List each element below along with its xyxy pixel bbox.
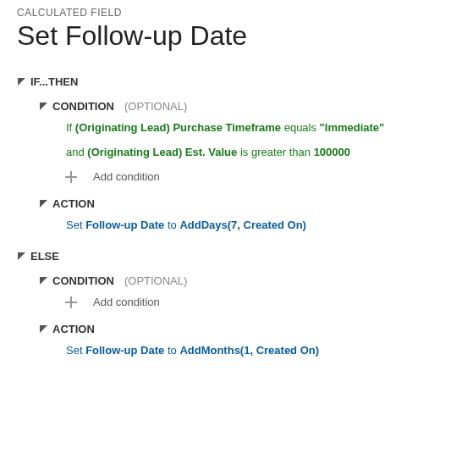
cond-field: (Originating Lead) Est. Value [87,146,237,158]
expand-icon[interactable] [39,199,47,208]
act-text: to [164,219,179,231]
action-label: ACTION [52,323,95,335]
plus-icon [64,296,78,309]
action-label: ACTION [52,197,95,210]
svg-marker-0 [18,78,25,86]
ifthen-action-header[interactable]: ACTION [39,194,434,213]
else-label: ELSE [30,250,59,263]
condition-label: CONDITION [52,274,114,287]
expand-icon[interactable] [39,324,47,333]
act-field: Follow-up Date [85,219,164,231]
cond-op: equals [281,121,320,134]
cond-field: (Originating Lead) Purchase Timeframe [75,121,281,134]
condition-line-2[interactable]: and (Originating Lead) Est. Value is gre… [59,141,434,165]
ifthen-header[interactable]: IF...THEN [17,72,434,91]
ifthen-condition-header[interactable]: CONDITION (OPTIONAL) [39,97,434,116]
expand-icon[interactable] [17,252,25,260]
condition-label: CONDITION [52,100,114,113]
act-func: AddMonths(1, Created On) [179,344,319,357]
cond-op: is greater than [237,146,313,158]
else-block: ELSE CONDITION (OPTIONAL) Add condition [17,246,434,363]
ifthen-action-block: ACTION Set Follow-up Date to AddDays(7, … [39,194,434,238]
svg-marker-3 [18,252,25,260]
action-line[interactable]: Set Follow-up Date to AddMonths(1, Creat… [59,339,434,363]
expand-icon[interactable] [17,78,25,86]
expand-icon[interactable] [39,102,47,111]
ifthen-block: IF...THEN CONDITION (OPTIONAL) If (Origi… [17,72,434,238]
act-text: Set [66,344,85,357]
overline: CALCULATED FIELD [17,7,434,19]
condition-line-1[interactable]: If (Originating Lead) Purchase Timeframe… [59,116,434,141]
else-condition-block: CONDITION (OPTIONAL) Add condition [39,271,434,314]
act-text: to [164,344,179,357]
else-action-header[interactable]: ACTION [39,319,434,339]
page-title: Set Follow-up Date [17,20,434,52]
add-condition-button[interactable]: Add condition [59,165,434,189]
add-condition-label: Add condition [93,170,160,183]
svg-marker-2 [40,200,47,208]
plus-icon [64,170,78,184]
ifthen-condition-block: CONDITION (OPTIONAL) If (Originating Lea… [39,97,434,189]
svg-marker-4 [40,277,47,285]
else-header[interactable]: ELSE [17,246,434,266]
action-line[interactable]: Set Follow-up Date to AddDays(7, Created… [59,213,434,238]
add-condition-label: Add condition [93,296,160,308]
else-action-block: ACTION Set Follow-up Date to AddMonths(1… [39,319,434,363]
add-condition-button[interactable]: Add condition [59,291,434,314]
condition-suffix: (OPTIONAL) [124,274,187,287]
svg-marker-5 [40,325,47,333]
cond-value: 100000 [314,146,350,158]
cond-text: and [66,146,87,158]
cond-value: "Immediate" [320,121,385,134]
ifthen-label: IF...THEN [30,75,78,88]
act-func: AddDays(7, Created On) [179,219,306,231]
act-text: Set [66,219,85,231]
svg-marker-1 [40,102,47,110]
else-condition-header[interactable]: CONDITION (OPTIONAL) [39,271,434,291]
cond-text: If [66,121,75,134]
act-field: Follow-up Date [85,344,164,357]
expand-icon[interactable] [39,276,47,285]
condition-suffix: (OPTIONAL) [124,100,187,113]
